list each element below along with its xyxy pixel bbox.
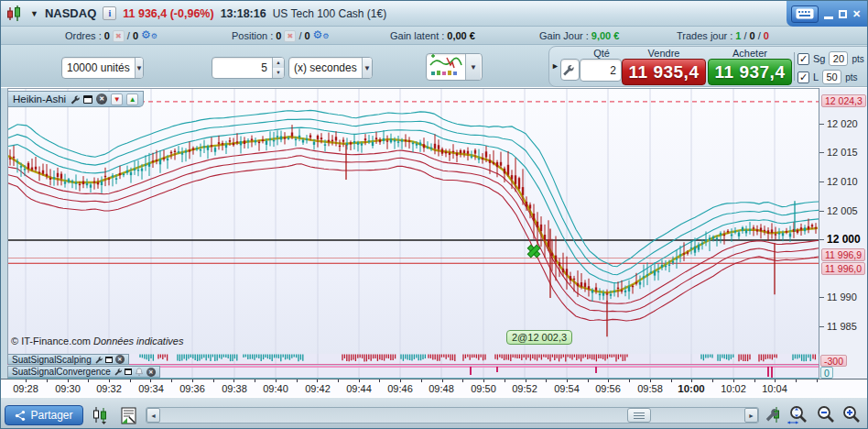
panel-collapse-arrow[interactable]: ► <box>551 61 559 71</box>
l-value-box[interactable]: 50 <box>822 70 841 84</box>
scalping-axis-label: -300 <box>820 355 847 367</box>
maximize-icon[interactable] <box>839 10 847 18</box>
price-axis[interactable]: 12 024,312 02012 01512 01012 00512 00011… <box>819 88 868 379</box>
time-tick-label: 09:40 <box>263 383 288 394</box>
trade-marker-label: 2@12 002,3 <box>506 330 572 345</box>
scalping-header: SuatSignalScalping ✕ <box>8 354 129 365</box>
price-tick-label: 12 010 <box>827 176 858 187</box>
share-icon <box>15 410 26 422</box>
cancel-orders-icon[interactable]: ✖ <box>113 30 125 42</box>
sg-unit: pts <box>852 54 863 64</box>
price-level-label: 11 996,0 <box>821 262 865 275</box>
units-dropdown[interactable]: 10000 unités ▼ <box>61 57 144 79</box>
minimize-icon[interactable] <box>824 16 833 19</box>
period-unit-value: (x) secondes <box>289 61 362 74</box>
price-tick-label: 12 000 <box>827 233 861 246</box>
price-chart-canvas[interactable] <box>8 89 819 354</box>
l-checkbox[interactable]: ✓ <box>797 72 809 83</box>
sg-value-box[interactable]: 20 <box>829 51 848 66</box>
qty-input[interactable]: 2 <box>580 59 622 82</box>
zoom-in-icon[interactable] <box>841 405 863 425</box>
scalping-panel[interactable]: SuatSignalScalping ✕ <box>7 354 819 365</box>
close-indicator-icon[interactable]: ✕ <box>96 94 107 104</box>
wrench-icon[interactable] <box>114 368 122 376</box>
close-position-icon[interactable]: ✖ <box>284 30 296 42</box>
bottom-toolbar: Partager ◄ ► <box>1 397 868 429</box>
period-stepper[interactable]: 5 ▲▼ <box>212 57 285 79</box>
chart-settings-icon[interactable] <box>764 405 782 425</box>
detach-window-icon[interactable] <box>105 357 113 363</box>
units-dropdown-arrow[interactable]: ▼ <box>135 58 143 78</box>
time-tick-label: 09:44 <box>346 383 372 394</box>
chart-style-dropdown-arrow[interactable]: ▼ <box>465 54 481 80</box>
orders-label: Ordres : <box>65 30 102 41</box>
bell-icon[interactable] <box>135 368 144 377</box>
trading-window: ▼ NASDAQ i 11 936,4 (-0,96%) 13:18:16 US… <box>0 0 868 429</box>
time-tick-label: 09:28 <box>13 383 38 394</box>
move-down-icon[interactable]: ▼ <box>111 94 123 105</box>
copyright-notice: © IT-Finance.com Données indicatives <box>11 336 183 346</box>
detach-window-icon[interactable] <box>125 368 132 375</box>
time-tick-label: 09:46 <box>387 383 413 394</box>
detach-window-icon[interactable] <box>83 95 92 104</box>
scroll-right-icon[interactable]: ► <box>744 408 758 423</box>
gain-jour-group: Gain Jour : 9,00 € <box>539 27 619 45</box>
period-spinner[interactable]: ▲▼ <box>272 58 284 78</box>
time-tick-label: 10:02 <box>721 383 746 394</box>
spin-up-icon[interactable]: ▲ <box>273 58 284 68</box>
scrollbar-handle[interactable] <box>627 408 651 423</box>
order-settings-button[interactable] <box>560 59 580 81</box>
close-panel-icon[interactable]: ✕ <box>146 368 156 377</box>
convergence-axis-label: 0 <box>820 367 833 379</box>
trades-neutral: 0 <box>750 30 755 41</box>
indicator-header: Heikin-Ashi ✕ ▼ ▲ <box>8 91 144 107</box>
price-tick-label: 12 020 <box>827 118 858 129</box>
l-unit: pts <box>845 72 857 82</box>
wrench-icon[interactable] <box>70 94 80 104</box>
horizontal-scrollbar[interactable]: ◄ ► <box>146 407 759 424</box>
sell-button[interactable]: 11 935,4 <box>622 59 706 85</box>
zoom-fit-icon[interactable] <box>787 405 810 425</box>
convergence-panel[interactable]: SuatSignalConvergence ✕ <box>7 366 819 379</box>
l-label: L <box>813 72 819 82</box>
title-bar: ▼ NASDAQ i 11 936,4 (-0,96%) 13:18:16 US… <box>1 1 868 27</box>
share-button[interactable]: Partager <box>5 405 83 425</box>
price-tick-label: 12 015 <box>827 147 858 158</box>
close-panel-icon[interactable]: ✕ <box>115 355 125 364</box>
move-up-icon[interactable]: ▲ <box>126 94 138 105</box>
position-label: Position : <box>232 30 273 41</box>
clock: 13:18:16 <box>221 7 266 20</box>
info-icon[interactable]: i <box>103 6 116 20</box>
time-tick-label: 10:04 <box>762 383 787 394</box>
qty-value: 2 <box>580 64 621 77</box>
period-unit-dropdown-arrow[interactable]: ▼ <box>362 58 372 78</box>
spin-down-icon[interactable]: ▼ <box>273 68 284 78</box>
scroll-left-icon[interactable]: ◄ <box>146 408 160 423</box>
close-icon[interactable]: ✕ <box>852 1 861 27</box>
sg-checkbox[interactable]: ✓ <box>797 53 809 65</box>
price-tick-label: 12 005 <box>827 205 858 216</box>
position-count: 0 <box>276 30 281 41</box>
news-icon[interactable] <box>120 405 137 425</box>
position-count-2: 0 <box>304 30 309 41</box>
zoom-out-icon[interactable] <box>815 405 837 425</box>
gain-jour-label: Gain Jour : <box>539 30 589 41</box>
time-axis[interactable]: 09:2809:3009:3209:3409:3609:3809:4009:42… <box>1 379 868 397</box>
buy-button[interactable]: 11 937,4 <box>708 59 792 85</box>
chart-style-button[interactable]: ▼ <box>426 53 483 81</box>
chart-type-icon[interactable] <box>91 405 111 425</box>
wrench-icon[interactable] <box>94 356 103 364</box>
chart-style-icon <box>427 53 465 81</box>
position-group: Position : 0 ✖ / 0 ⚙⚙ <box>232 27 330 45</box>
time-tick-label: 09:52 <box>512 383 537 394</box>
price-chart-area[interactable]: Heikin-Ashi ✕ ▼ ▲ © IT-Finance.com Donné… <box>7 88 819 355</box>
keyboard-icon[interactable] <box>791 6 819 23</box>
price-level-label: 12 024,3 <box>821 94 866 107</box>
share-label: Partager <box>30 409 72 422</box>
symbol-label: NASDAQ <box>45 6 96 20</box>
period-unit-dropdown[interactable]: (x) secondes ▼ <box>288 57 373 79</box>
orders-count-2: 0 <box>133 30 138 41</box>
symbol-dropdown-arrow[interactable]: ▼ <box>30 9 38 18</box>
orders-settings-icon[interactable]: ⚙⚙ <box>141 29 157 42</box>
position-settings-icon[interactable]: ⚙⚙ <box>313 29 330 42</box>
